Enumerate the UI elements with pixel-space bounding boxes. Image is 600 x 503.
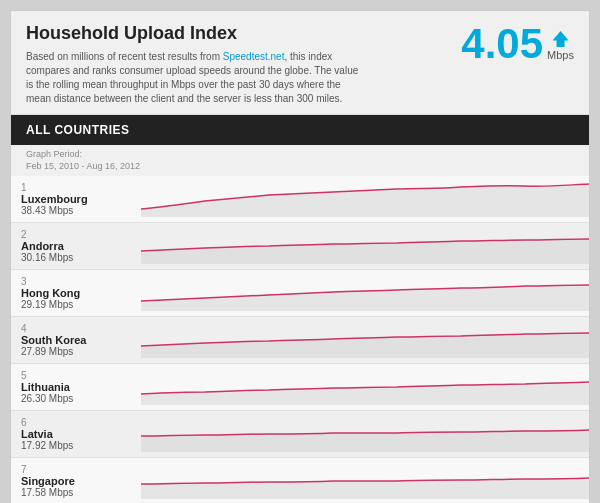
country-speed: 29.19 Mbps <box>21 299 131 310</box>
table-row[interactable]: 5 Lithuania 26.30 Mbps <box>11 364 589 411</box>
header: Household Upload Index Based on millions… <box>11 11 589 115</box>
country-name: Latvia <box>21 428 131 440</box>
country-info: 7 Singapore 17.58 Mbps <box>11 458 141 503</box>
graph-period-label: Graph Period: <box>26 149 82 159</box>
country-speed: 17.58 Mbps <box>21 487 131 498</box>
country-rank: 4 <box>21 323 131 334</box>
table-row[interactable]: 1 Luxembourg 38.43 Mbps <box>11 176 589 223</box>
country-name: Andorra <box>21 240 131 252</box>
unit-block: Mbps <box>547 31 574 61</box>
table-row[interactable]: 6 Latvia 17.92 Mbps <box>11 411 589 458</box>
all-countries-label: ALL COUNTRIES <box>26 123 130 137</box>
country-speed: 26.30 Mbps <box>21 393 131 404</box>
main-content: 1 Luxembourg 38.43 Mbps 2 Andorra 30.16 … <box>11 176 589 503</box>
country-speed: 30.16 Mbps <box>21 252 131 263</box>
country-speed: 27.89 Mbps <box>21 346 131 357</box>
sparkline-chart <box>141 367 589 407</box>
country-name: Hong Kong <box>21 287 131 299</box>
country-info: 5 Lithuania 26.30 Mbps <box>11 364 141 410</box>
desc-text-1: Based on millions of recent test results… <box>26 51 223 62</box>
country-name: Luxembourg <box>21 193 131 205</box>
all-countries-bar[interactable]: ALL COUNTRIES <box>11 115 589 145</box>
graph-period-text: Graph Period: Feb 15, 2010 - Aug 16, 201… <box>26 149 574 172</box>
unit-label: Mbps <box>547 49 574 61</box>
country-rank: 1 <box>21 182 131 193</box>
countries-list: 1 Luxembourg 38.43 Mbps 2 Andorra 30.16 … <box>11 176 589 503</box>
country-rank: 3 <box>21 276 131 287</box>
sparkline-chart <box>141 461 589 501</box>
sparkline-chart <box>141 226 589 266</box>
country-info: 1 Luxembourg 38.43 Mbps <box>11 176 141 222</box>
sparkline-chart <box>141 179 589 219</box>
table-row[interactable]: 4 South Korea 27.89 Mbps <box>11 317 589 364</box>
page-title: Household Upload Index <box>26 23 461 44</box>
country-info: 3 Hong Kong 29.19 Mbps <box>11 270 141 316</box>
country-rank: 7 <box>21 464 131 475</box>
country-name: Singapore <box>21 475 131 487</box>
graph-period-dates: Feb 15, 2010 - Aug 16, 2012 <box>26 161 140 171</box>
country-rank: 5 <box>21 370 131 381</box>
table-row[interactable]: 3 Hong Kong 29.19 Mbps <box>11 270 589 317</box>
country-name: South Korea <box>21 334 131 346</box>
table-row[interactable]: 2 Andorra 30.16 Mbps <box>11 223 589 270</box>
table-row[interactable]: 7 Singapore 17.58 Mbps <box>11 458 589 503</box>
description: Based on millions of recent test results… <box>26 50 366 106</box>
country-info: 2 Andorra 30.16 Mbps <box>11 223 141 269</box>
country-info: 4 South Korea 27.89 Mbps <box>11 317 141 363</box>
sparkline-chart <box>141 414 589 454</box>
index-value-block: 4.05 Mbps <box>461 23 574 65</box>
header-left: Household Upload Index Based on millions… <box>26 23 461 106</box>
graph-period-block: Graph Period: Feb 15, 2010 - Aug 16, 201… <box>11 145 589 176</box>
country-name: Lithuania <box>21 381 131 393</box>
upload-arrow-icon <box>553 31 569 47</box>
sparkline-chart <box>141 273 589 313</box>
index-value: 4.05 <box>461 23 543 65</box>
speedtest-link[interactable]: Speedtest.net <box>223 51 285 62</box>
country-speed: 38.43 Mbps <box>21 205 131 216</box>
country-speed: 17.92 Mbps <box>21 440 131 451</box>
country-info: 6 Latvia 17.92 Mbps <box>11 411 141 457</box>
main-container: Household Upload Index Based on millions… <box>10 10 590 503</box>
sparkline-chart <box>141 320 589 360</box>
country-rank: 6 <box>21 417 131 428</box>
country-rank: 2 <box>21 229 131 240</box>
